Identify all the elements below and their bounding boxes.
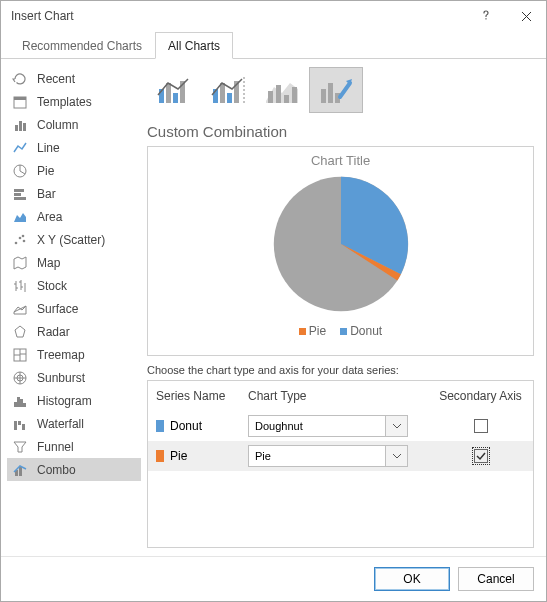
legend: Pie Donut: [299, 324, 382, 338]
svg-point-11: [23, 239, 26, 242]
header-secondary-axis: Secondary Axis: [428, 389, 533, 403]
svg-rect-2: [15, 125, 18, 131]
secondary-axis-checkbox-donut[interactable]: [474, 419, 488, 433]
sidebar-item-waterfall[interactable]: Waterfall: [7, 412, 141, 435]
funnel-icon: [11, 438, 29, 456]
histogram-icon: [11, 392, 29, 410]
bar-icon: [11, 185, 29, 203]
main-panel: Custom Combination Chart Title Pie Donut…: [141, 59, 546, 556]
help-button[interactable]: [466, 1, 506, 31]
recent-icon: [11, 70, 29, 88]
subtype-custom[interactable]: [309, 67, 363, 113]
sidebar-item-radar[interactable]: Radar: [7, 320, 141, 343]
pie-icon: [11, 162, 29, 180]
sidebar-item-surface[interactable]: Surface: [7, 297, 141, 320]
close-icon: [521, 11, 532, 22]
sidebar-item-histogram[interactable]: Histogram: [7, 389, 141, 412]
sidebar-item-area[interactable]: Area: [7, 205, 141, 228]
line-icon: [11, 139, 29, 157]
legend-label: Pie: [309, 324, 326, 338]
sidebar-item-bar[interactable]: Bar: [7, 182, 141, 205]
svg-rect-4: [23, 123, 26, 131]
chart-type-select-donut[interactable]: Doughnut: [248, 415, 408, 437]
svg-rect-26: [166, 83, 171, 103]
svg-rect-20: [14, 421, 17, 430]
select-value: Doughnut: [249, 420, 385, 432]
svg-point-10: [19, 236, 22, 239]
sidebar-item-map[interactable]: Map: [7, 251, 141, 274]
sidebar-item-label: Recent: [37, 72, 75, 86]
series-swatch: [156, 420, 164, 432]
series-row: Donut Doughnut: [148, 411, 533, 441]
window-title: Insert Chart: [11, 9, 466, 23]
svg-point-9: [15, 241, 18, 244]
svg-rect-22: [22, 424, 25, 430]
column-icon: [11, 116, 29, 134]
svg-rect-19: [23, 403, 26, 407]
subtype-clustered-line[interactable]: [147, 67, 201, 113]
surface-icon: [11, 300, 29, 318]
svg-rect-31: [227, 93, 232, 103]
chart-type-select-pie[interactable]: Pie: [248, 445, 408, 467]
sidebar-item-label: Pie: [37, 164, 54, 178]
chevron-down-icon: [385, 416, 407, 436]
chart-title: Chart Title: [311, 153, 370, 168]
sidebar-item-label: Histogram: [37, 394, 92, 408]
sidebar-item-stock[interactable]: Stock: [7, 274, 141, 297]
svg-point-12: [22, 234, 25, 237]
sidebar-item-pie[interactable]: Pie: [7, 159, 141, 182]
legend-swatch: [299, 328, 306, 335]
sidebar-item-label: Templates: [37, 95, 92, 109]
sidebar-item-label: Column: [37, 118, 78, 132]
subtype-stacked-area[interactable]: [255, 67, 309, 113]
tab-all-charts[interactable]: All Charts: [155, 32, 233, 59]
tab-recommended[interactable]: Recommended Charts: [9, 32, 155, 59]
sidebar-item-label: Funnel: [37, 440, 74, 454]
sidebar-item-label: Area: [37, 210, 62, 224]
svg-rect-27: [173, 93, 178, 103]
ok-button[interactable]: OK: [374, 567, 450, 591]
svg-rect-7: [14, 193, 21, 196]
series-table: Series Name Chart Type Secondary Axis Do…: [147, 380, 534, 548]
stock-icon: [11, 277, 29, 295]
chevron-down-icon: [385, 446, 407, 466]
subtype-clustered-line-secondary[interactable]: [201, 67, 255, 113]
sidebar-item-sunburst[interactable]: Sunburst: [7, 366, 141, 389]
svg-rect-35: [284, 95, 289, 103]
legend-item-donut: Donut: [340, 324, 382, 338]
sunburst-icon: [11, 369, 29, 387]
chart-type-sidebar: Recent Templates Column Line Pie Bar Are…: [1, 59, 141, 556]
sidebar-item-label: Combo: [37, 463, 76, 477]
sidebar-item-label: Bar: [37, 187, 56, 201]
svg-rect-8: [14, 197, 26, 200]
select-value: Pie: [249, 450, 385, 462]
legend-item-pie: Pie: [299, 324, 326, 338]
series-header: Series Name Chart Type Secondary Axis: [148, 381, 533, 411]
legend-label: Donut: [350, 324, 382, 338]
svg-rect-1: [14, 97, 26, 100]
waterfall-icon: [11, 415, 29, 433]
sidebar-item-line[interactable]: Line: [7, 136, 141, 159]
sidebar-item-label: Line: [37, 141, 60, 155]
subtype-stacked-area-icon: [262, 73, 302, 107]
subtype-row: [147, 67, 534, 113]
chart-preview: Chart Title Pie Donut: [147, 146, 534, 356]
footer: OK Cancel: [1, 556, 546, 601]
sidebar-item-column[interactable]: Column: [7, 113, 141, 136]
svg-rect-3: [19, 121, 22, 131]
sidebar-item-combo[interactable]: Combo: [7, 458, 141, 481]
close-button[interactable]: [506, 1, 546, 31]
sidebar-item-treemap[interactable]: Treemap: [7, 343, 141, 366]
sidebar-item-templates[interactable]: Templates: [7, 90, 141, 113]
svg-rect-34: [276, 85, 281, 103]
sidebar-item-funnel[interactable]: Funnel: [7, 435, 141, 458]
sidebar-item-scatter[interactable]: X Y (Scatter): [7, 228, 141, 251]
sidebar-item-label: Stock: [37, 279, 67, 293]
sidebar-item-recent[interactable]: Recent: [7, 67, 141, 90]
svg-rect-6: [14, 189, 24, 192]
sidebar-item-label: Radar: [37, 325, 70, 339]
secondary-axis-checkbox-pie[interactable]: [474, 449, 488, 463]
cancel-button[interactable]: Cancel: [458, 567, 534, 591]
svg-rect-21: [18, 421, 21, 425]
svg-rect-38: [328, 83, 333, 103]
